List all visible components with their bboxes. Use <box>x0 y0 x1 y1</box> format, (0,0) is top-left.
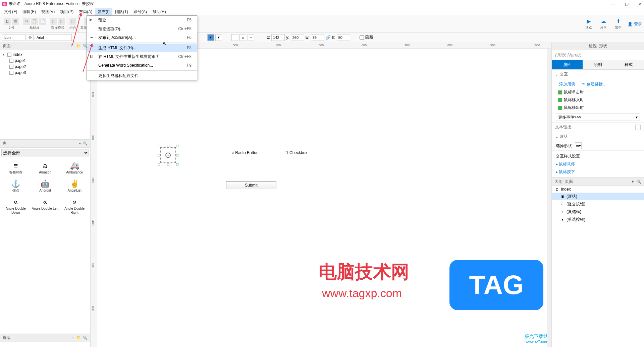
lib-search-icon[interactable]: 🔍 <box>83 141 88 146</box>
hover-style-link[interactable]: ▸ 鼠标悬停 <box>556 160 640 168</box>
outline-item[interactable]: ✓(复选框) <box>552 208 644 216</box>
library-item[interactable]: «Angle Double Left <box>31 195 60 217</box>
lock-aspect-icon[interactable]: 🔗 <box>326 35 331 40</box>
selected-shape[interactable]: ⊙ <box>159 146 177 164</box>
toolbar-right-预览[interactable]: ▶预览 <box>583 18 594 30</box>
y-input[interactable] <box>291 34 304 41</box>
shape-name-input[interactable]: (形状 Name) <box>552 50 644 60</box>
resize-handle-mr[interactable] <box>176 154 178 156</box>
page-tree-item[interactable]: page2 <box>1 64 89 70</box>
menu-2[interactable]: 视图(V) <box>39 8 57 15</box>
dropdown-item[interactable]: ◧在 HTML 文件中重新生成当前页面Ctrl+F8 <box>87 52 197 61</box>
outline-item[interactable]: ▭(提交按钮) <box>552 200 644 208</box>
arrow-icon[interactable]: ↔ <box>248 34 254 41</box>
tool-button[interactable]: 🗋 <box>4 18 11 25</box>
menu-3[interactable]: 项目(P) <box>57 8 76 15</box>
dropdown-item[interactable]: 更多生成器和配置文件 <box>87 71 197 80</box>
menu-6[interactable]: 团队(T) <box>112 8 131 15</box>
tool-button[interactable]: 🗐 <box>12 18 19 25</box>
dropdown-item[interactable]: 生成 HTML 文件(H)...F8 <box>87 44 197 52</box>
resize-handle-tr[interactable] <box>176 145 178 147</box>
font-select[interactable] <box>35 34 72 41</box>
interactions-title[interactable]: ⌄ 交互 <box>552 70 644 79</box>
dropdown-item[interactable]: Generate Word Specification...F9 <box>87 61 197 70</box>
canvas-checkbox[interactable]: ☐ Checkbox <box>284 150 307 155</box>
resize-handle-bm[interactable] <box>167 163 169 165</box>
resize-handle-bl[interactable] <box>158 163 160 165</box>
hidden-checkbox[interactable] <box>360 34 364 41</box>
resize-handle-tl[interactable] <box>158 145 160 147</box>
library-item[interactable]: ≡右侧对齐 <box>1 159 30 177</box>
outline-item[interactable]: ▣(形状) <box>552 193 644 200</box>
minimize-button[interactable]: — <box>611 2 615 6</box>
target-icon[interactable]: ◎ <box>27 34 34 41</box>
tool-button[interactable]: ⬚ <box>69 18 76 25</box>
maximize-button[interactable]: ▢ <box>625 2 629 6</box>
h-input[interactable] <box>337 34 350 41</box>
shape-section-title[interactable]: ⌄ 形状 <box>552 132 644 141</box>
page-tree-root[interactable]: ▾index <box>1 52 89 58</box>
x-input[interactable] <box>271 34 285 41</box>
tool-button[interactable]: 📋 <box>31 18 38 25</box>
line-style-icon[interactable]: — <box>231 34 238 41</box>
tool-button[interactable]: 📄 <box>39 18 46 25</box>
login-button[interactable]: 👤 登录 <box>628 21 642 27</box>
library-item[interactable]: aAmazon <box>31 159 60 177</box>
canvas-scrollbar-v[interactable] <box>547 49 551 347</box>
tool-button[interactable]: ⬚ <box>50 18 57 25</box>
fill-color-icon[interactable]: ▾ <box>207 34 214 41</box>
tool-button[interactable]: ⬚ <box>58 18 65 25</box>
more-events-select[interactable]: 更多事件>>>▾ <box>556 114 640 121</box>
resize-handle-br[interactable] <box>176 163 178 165</box>
add-folder-icon[interactable]: 📁 <box>76 44 81 48</box>
resize-handle-ml[interactable] <box>158 154 160 156</box>
w-input[interactable] <box>311 34 324 41</box>
page-tree-item[interactable]: page3 <box>1 70 89 76</box>
event-item[interactable]: 鼠标移入时 <box>556 96 640 104</box>
library-item[interactable]: 🤖Android <box>31 177 60 195</box>
inspector-tab-2[interactable]: 样式 <box>613 60 644 69</box>
inspector-tab-1[interactable]: 说明 <box>583 60 613 69</box>
canvas-radio-button[interactable]: ○ Radio Button <box>231 150 259 155</box>
tree-toggle-icon[interactable]: ▾ <box>3 53 6 56</box>
add-master-icon[interactable]: + <box>72 336 74 340</box>
outline-item[interactable]: ●(单选按钮) <box>552 216 644 223</box>
library-item[interactable]: ⚓锚点 <box>1 177 30 195</box>
dropdown-item[interactable]: ▶预览F5 <box>87 16 197 24</box>
widget-type-select[interactable] <box>2 34 25 41</box>
event-item[interactable]: 鼠标单击时 <box>556 88 640 96</box>
canvas[interactable]: ⊙ ○ Radio Button ☐ Checkbox <box>97 49 551 347</box>
menu-8[interactable]: 帮助(H) <box>150 8 169 15</box>
outline-item[interactable]: 🗋index <box>552 186 644 193</box>
library-item[interactable]: «Angle Double Down <box>1 195 30 217</box>
text-link-section[interactable]: 文本链接 <box>552 123 644 132</box>
inspector-tab-0[interactable]: 属性 <box>552 60 583 69</box>
outline-filter-icon[interactable]: ▼ <box>631 180 635 184</box>
canvas-submit-button[interactable]: Submit <box>226 181 276 189</box>
text-link-button[interactable] <box>635 125 641 130</box>
resize-handle-tm[interactable] <box>167 145 169 147</box>
menu-7[interactable]: 账号(A) <box>131 8 150 15</box>
library-item[interactable]: 🚑Ambulance <box>60 159 89 177</box>
pressed-style-link[interactable]: ▸ 鼠标按下 <box>556 168 640 176</box>
master-search-icon[interactable]: 🔍 <box>83 336 88 340</box>
tool-button[interactable]: ✂ <box>23 18 30 25</box>
toolbar-right-发布[interactable]: ⬆发布 <box>613 18 624 30</box>
shape-picker[interactable]: ▭▾ <box>575 142 582 149</box>
close-button[interactable]: ✕ <box>639 2 642 6</box>
menu-1[interactable]: 编辑(E) <box>20 8 39 15</box>
create-link-link[interactable]: ⟲ 创建链接... <box>582 81 606 87</box>
border-color-icon[interactable]: ▾ <box>215 34 222 41</box>
page-tree-item[interactable]: page1 <box>1 58 89 64</box>
library-selector[interactable]: 选择全部 <box>1 149 89 156</box>
dropdown-item[interactable]: 预览选项(O)...Ctrl+F5 <box>87 24 197 33</box>
line-width-icon[interactable]: ≡ <box>239 34 246 41</box>
toolbar-right-分享[interactable]: ☁分享 <box>598 18 609 30</box>
event-item[interactable]: 鼠标移出时 <box>556 104 640 112</box>
outline-search-icon[interactable]: 🔍 <box>637 180 641 184</box>
add-case-link[interactable]: + 添加用例 <box>556 81 575 87</box>
library-item[interactable]: »Angle Double Right <box>60 195 89 217</box>
master-folder-icon[interactable]: 📁 <box>76 336 81 340</box>
menu-5[interactable]: 发布(I) <box>95 8 112 15</box>
menu-0[interactable]: 文件(F) <box>1 8 20 15</box>
